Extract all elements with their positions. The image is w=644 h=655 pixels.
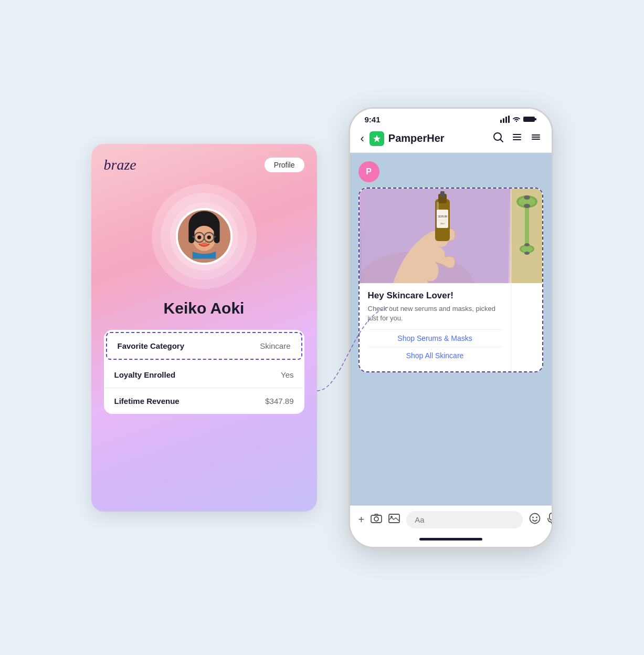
signal-icon: [500, 116, 510, 123]
svg-rect-26: [513, 137, 521, 138]
microphone-icon[interactable]: [547, 513, 553, 527]
phone-home-bar: [350, 534, 552, 547]
svg-point-52: [374, 517, 378, 521]
message-area: P: [350, 153, 552, 381]
image-icon[interactable]: [388, 514, 400, 526]
phone-wrapper: 9:41: [349, 107, 553, 548]
avatar-section: [104, 184, 304, 289]
avatar-rings: [152, 184, 257, 289]
product-image: SERUM 30ml: [360, 189, 511, 283]
message-input[interactable]: [406, 511, 523, 528]
avatar-image: [178, 210, 230, 263]
svg-rect-17: [508, 116, 510, 123]
status-bar: 9:41: [350, 109, 552, 127]
profile-data-table: Favorite Category Skincare Loyalty Enrol…: [104, 330, 304, 414]
battery-icon: [523, 116, 537, 123]
phone-content: P: [350, 153, 552, 505]
svg-rect-15: [503, 118, 504, 123]
favorite-category-value: Skincare: [260, 341, 290, 350]
svg-rect-30: [532, 139, 540, 140]
brand-area: PamperHer: [369, 131, 488, 146]
svg-text:30ml: 30ml: [440, 222, 445, 225]
message-card-inner: SERUM 30ml Hey Skincare Lover!: [360, 189, 542, 371]
pampher-avatar: P: [358, 161, 379, 182]
serum-illustration: SERUM 30ml: [362, 189, 509, 283]
phone-frame: 9:41: [349, 107, 553, 548]
back-button[interactable]: ‹: [361, 132, 364, 145]
svg-rect-58: [550, 513, 553, 520]
app-nav-bar: ‹ PamperHer: [350, 127, 552, 153]
star-icon: [373, 134, 381, 143]
svg-line-24: [500, 139, 503, 142]
plus-icon[interactable]: +: [358, 514, 365, 526]
user-name: Keiko Aoki: [104, 299, 304, 317]
svg-rect-4: [214, 223, 219, 243]
svg-rect-16: [505, 117, 507, 123]
status-time: 9:41: [365, 115, 381, 124]
svg-point-49: [524, 243, 530, 246]
main-layout: braze Profile: [91, 107, 553, 548]
peek-message-card: [511, 189, 542, 371]
msg-card-title: Hey Skincare Lover!: [368, 290, 502, 301]
jade-roller-illustration: [511, 189, 542, 283]
camera-icon[interactable]: [371, 514, 382, 526]
shop-all-skincare-link[interactable]: Shop All Skincare: [368, 347, 502, 364]
svg-rect-51: [371, 515, 382, 523]
svg-point-11: [197, 235, 201, 239]
svg-rect-21: [524, 117, 534, 121]
svg-point-46: [521, 246, 533, 252]
svg-marker-22: [373, 135, 381, 142]
brand-icon: [369, 131, 384, 146]
bottom-input-bar: +: [350, 505, 552, 534]
svg-point-50: [524, 252, 530, 255]
svg-point-56: [532, 516, 534, 518]
content-spacer: [350, 381, 552, 505]
profile-button[interactable]: Profile: [265, 158, 304, 172]
pampher-avatar-letter: P: [366, 167, 372, 176]
svg-rect-27: [513, 139, 521, 140]
home-indicator: [419, 538, 482, 540]
search-icon[interactable]: [493, 132, 503, 145]
svg-rect-25: [513, 134, 521, 135]
svg-rect-29: [532, 137, 540, 138]
list-icon[interactable]: [512, 132, 522, 145]
svg-rect-14: [500, 120, 502, 123]
svg-text:SERUM: SERUM: [437, 215, 447, 218]
svg-point-48: [524, 204, 530, 208]
jade-roller-image: [511, 189, 542, 283]
status-icons: [500, 116, 537, 123]
msg-card-body: Hey Skincare Lover! Check out new serums…: [360, 283, 511, 371]
emoji-icon[interactable]: [529, 513, 541, 527]
loyalty-enrolled-row: Loyalty Enrolled Yes: [104, 362, 304, 388]
wifi-icon: [512, 116, 521, 123]
svg-rect-3: [188, 223, 194, 243]
profile-card: braze Profile: [91, 144, 317, 512]
svg-point-12: [207, 235, 210, 239]
shop-serums-link[interactable]: Shop Serums & Masks: [368, 329, 502, 347]
svg-rect-19: [535, 118, 536, 120]
braze-logo: braze: [104, 157, 136, 173]
loyalty-enrolled-value: Yes: [281, 370, 293, 379]
favorite-category-row: Favorite Category Skincare: [106, 332, 302, 360]
message-card-container: SERUM 30ml Hey Skincare Lover!: [358, 188, 543, 372]
svg-point-55: [530, 513, 540, 523]
svg-point-47: [524, 195, 530, 200]
hamburger-icon[interactable]: [531, 132, 541, 145]
lifetime-revenue-label: Lifetime Revenue: [114, 397, 180, 406]
svg-rect-40: [437, 202, 439, 217]
lifetime-revenue-row: Lifetime Revenue $347.89: [104, 388, 304, 414]
favorite-category-label: Favorite Category: [118, 341, 185, 350]
loyalty-enrolled-label: Loyalty Enrolled: [114, 370, 176, 379]
svg-point-57: [536, 516, 537, 518]
msg-card-description: Check out new serums and masks, picked j…: [368, 304, 502, 323]
svg-rect-35: [440, 191, 445, 197]
app-name: PamperHer: [388, 132, 445, 144]
avatar: [176, 208, 233, 265]
card-top-row: braze Profile: [104, 157, 304, 173]
svg-rect-28: [532, 134, 540, 136]
svg-point-54: [390, 516, 393, 518]
nav-actions: [493, 132, 541, 145]
lifetime-revenue-value: $347.89: [265, 397, 293, 406]
main-message-card: SERUM 30ml Hey Skincare Lover!: [360, 189, 511, 371]
